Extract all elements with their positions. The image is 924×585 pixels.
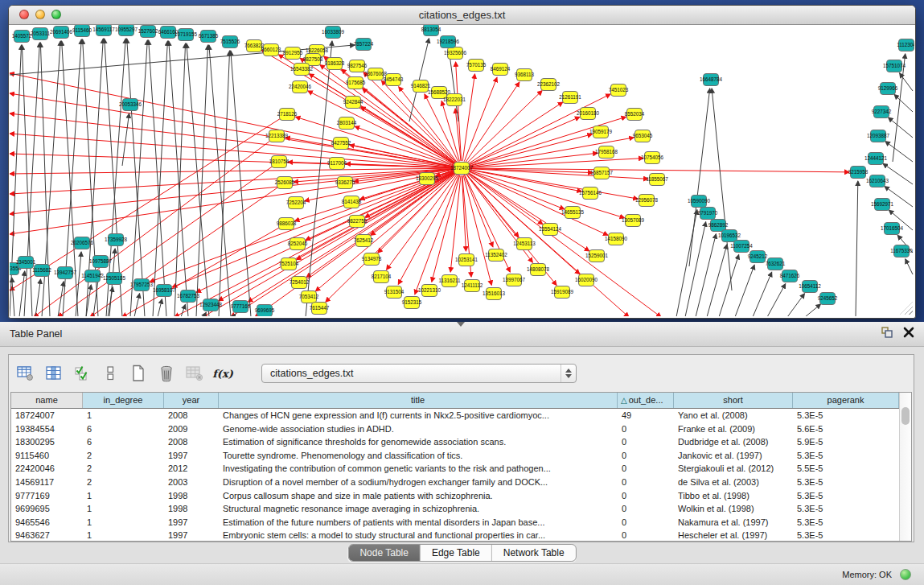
graph-node[interactable]: 2718126 [277, 109, 298, 121]
graph-node[interactable]: 15756146 [579, 187, 602, 200]
graph-node[interactable]: 12411112 [462, 280, 483, 292]
graph-node[interactable]: 8427552 [331, 138, 351, 150]
graph-node[interactable]: 16210643 [866, 175, 889, 187]
table-cell[interactable]: 0 [618, 449, 674, 463]
graph-node[interactable]: 10590090 [688, 196, 711, 208]
graph-node[interactable]: 17359928 [105, 234, 128, 246]
table-cell[interactable]: de Silva et al. (2003) [674, 476, 793, 489]
table-cell[interactable]: Genome-wide association studies in ADHD. [219, 422, 618, 436]
graph-node[interactable]: 8454743 [384, 74, 404, 86]
graph-node[interactable]: 19218596 [437, 36, 460, 48]
table-cell[interactable]: 0 [618, 529, 674, 542]
graph-node[interactable]: 7570135 [466, 60, 487, 72]
table-cell[interactable]: 2012 [164, 462, 219, 476]
table-cell[interactable]: 49 [618, 409, 674, 422]
table-cell[interactable]: 5.3E-5 [793, 502, 899, 516]
graph-node[interactable]: 1112304 [897, 39, 914, 51]
table-cell[interactable]: Tibbo et al. (1998) [674, 489, 793, 503]
graph-node[interactable]: 2803144 [337, 117, 357, 130]
table-select[interactable]: citations_edges.txt [261, 364, 577, 383]
table-cell[interactable]: 0 [618, 502, 674, 516]
graph-node[interactable]: 12453113 [513, 238, 536, 250]
column-header-out-degree[interactable]: △out_de... [618, 393, 674, 408]
table-row[interactable]: 946554611997Estimation of the future num… [11, 516, 899, 529]
graph-node[interactable]: 9822755 [347, 216, 368, 228]
tab-node-table[interactable]: Node Table [348, 545, 421, 561]
graph-node[interactable]: 9134978 [362, 253, 382, 266]
graph-node[interactable]: 7254012 [290, 277, 310, 289]
graph-node[interactable]: 13554124 [539, 224, 562, 236]
network-graph[interactable]: 1872400718300295766382286601238912955182… [10, 25, 914, 316]
graph-node[interactable]: 9242844 [343, 97, 363, 109]
graph-node[interactable]: 7857224 [354, 39, 374, 51]
graph-node[interactable]: 1527602 [138, 26, 158, 38]
graph-node[interactable]: 10221310 [418, 285, 441, 297]
table-cell[interactable]: 5.3E-5 [793, 516, 899, 529]
table-cell[interactable]: Dudbridge et al. (2008) [674, 435, 793, 449]
graph-node[interactable]: 11675330 [890, 245, 913, 257]
table-cell[interactable]: Stergiakouli et al. (2012) [674, 462, 793, 476]
table-cell[interactable]: 1998 [164, 502, 219, 516]
graph-node[interactable]: 7625412 [354, 235, 374, 247]
function-builder-button[interactable]: f(x) [212, 363, 233, 384]
table-cell[interactable]: 1 [83, 409, 164, 422]
table-cell[interactable]: 6 [83, 435, 164, 449]
table-cell[interactable]: Corpus callosum shape and size in male p… [219, 489, 618, 503]
splitter-grip[interactable] [457, 322, 465, 327]
table-cell[interactable]: 0 [618, 476, 674, 489]
table-cell[interactable]: 5.3E-5 [793, 489, 899, 503]
table-row[interactable]: 1456911722003Disruption of a novel membe… [11, 476, 899, 489]
graph-node[interactable]: 10654112 [799, 281, 821, 293]
table-cell[interactable]: 9465546 [11, 516, 83, 529]
table-cell[interactable]: 0 [618, 462, 674, 476]
graph-node[interactable]: 10253141 [455, 254, 478, 266]
table-row[interactable]: 2242004622012Investigating the contribut… [11, 462, 899, 476]
graph-node[interactable]: 12444121 [864, 153, 888, 165]
graph-node[interactable]: 7451023 [609, 84, 629, 97]
table-cell[interactable]: 5.3E-5 [793, 449, 899, 463]
graph-node[interactable]: 11451942 [81, 270, 104, 282]
graph-node[interactable]: 22362102 [537, 79, 561, 91]
graph-node[interactable]: 14808078 [527, 264, 550, 276]
graph-node[interactable]: 13997067 [503, 274, 526, 286]
graph-node[interactable]: 8469124 [491, 64, 511, 76]
table-cell[interactable]: Wolkin et al. (1998) [674, 502, 793, 516]
table-cell[interactable]: Changes of HCN gene expression and I(f) … [219, 409, 618, 422]
graph-node[interactable]: 21261191 [559, 92, 581, 104]
graph-node[interactable]: 9699695 [255, 305, 275, 317]
graph-node[interactable]: 9227342 [872, 106, 892, 118]
table-scrollbar[interactable] [899, 393, 911, 541]
table-cell[interactable]: Investigating the contribution of common… [219, 462, 618, 476]
graph-node[interactable]: 15259001 [585, 250, 609, 262]
delete-column-button[interactable] [156, 363, 177, 384]
graph-node[interactable]: 16857157 [590, 167, 614, 179]
table-cell[interactable]: 9115460 [11, 449, 83, 463]
column-header-title[interactable]: title [219, 393, 618, 408]
graph-node[interactable]: 7632621 [766, 258, 786, 270]
table-row[interactable]: 977716911998Corpus callosum shape and si… [11, 489, 899, 503]
table-cell[interactable]: 2 [83, 476, 164, 489]
graph-node[interactable]: 17957253 [130, 279, 154, 291]
float-panel-icon[interactable] [881, 326, 893, 342]
table-cell[interactable]: 2008 [164, 409, 219, 422]
select-columns-button[interactable] [72, 363, 92, 384]
graph-node[interactable]: 16033809 [322, 27, 345, 39]
graph-node[interactable]: 9777169 [231, 301, 251, 313]
table-cell[interactable]: Yano et al. (2008) [674, 409, 793, 422]
table-cell[interactable]: 14569117 [11, 476, 83, 489]
graph-node[interactable]: 12213389 [265, 130, 289, 142]
table-cell[interactable]: 5.9E-5 [793, 435, 899, 449]
table-row[interactable]: 1938455462009Genome-wide association stu… [11, 422, 899, 436]
graph-node[interactable]: 1115682 [32, 265, 51, 277]
graph-node[interactable]: 8912955 [283, 47, 303, 60]
graph-node[interactable]: 1810754 [269, 156, 290, 168]
table-cell[interactable]: 5.5E-5 [793, 462, 899, 476]
table-row[interactable]: 946362711997Embryonic stem cells: a mode… [11, 529, 899, 542]
network-canvas[interactable]: 1872400718300295766382286601238912955182… [10, 25, 914, 316]
graph-node[interactable]: 8252046 [288, 238, 308, 250]
table-cell[interactable]: 0 [618, 489, 674, 503]
column-header-pagerank[interactable]: pagerank [793, 393, 899, 408]
table-row[interactable]: 1872400712008Changes of HCN gene express… [11, 409, 899, 422]
table-cell[interactable]: 1998 [164, 489, 219, 503]
graph-node[interactable]: 17016504 [881, 223, 904, 235]
